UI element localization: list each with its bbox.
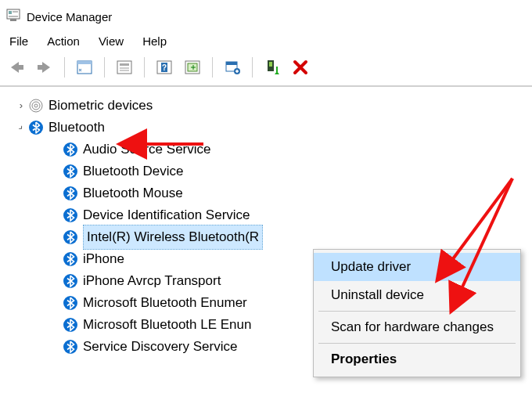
tree-item[interactable]: Device Identification Service [63, 204, 529, 226]
enable-device-button[interactable] [261, 56, 284, 79]
toolbar-separator [144, 57, 145, 78]
tree-item-label: iPhone [83, 248, 124, 271]
bluetooth-icon [63, 295, 78, 311]
bluetooth-icon [63, 339, 78, 355]
tree-item-label: Microsoft Bluetooth LE Enun [83, 314, 251, 337]
tree-node-bluetooth[interactable]: › Bluetooth [14, 117, 529, 139]
tree-item-label: Intel(R) Wireless Bluetooth(R [83, 225, 263, 251]
context-menu-separator [318, 343, 516, 344]
toolbar-separator [252, 57, 253, 78]
svg-rect-11 [120, 67, 129, 69]
svg-rect-1 [9, 11, 12, 14]
menubar: File Action View Help [0, 30, 532, 51]
tree-item-label: Microsoft Bluetooth Enumer [83, 292, 247, 315]
svg-rect-10 [120, 63, 129, 66]
menu-action[interactable]: Action [47, 34, 80, 48]
biometric-icon [28, 98, 44, 114]
toolbar: ? [0, 51, 532, 87]
back-button[interactable] [5, 56, 28, 79]
bluetooth-icon [63, 251, 78, 267]
help-button[interactable]: ? [153, 56, 176, 79]
svg-text:?: ? [162, 63, 167, 72]
svg-rect-4 [10, 19, 16, 21]
tree-item-label: Device Identification Service [83, 204, 250, 227]
menu-help[interactable]: Help [142, 34, 167, 48]
context-menu: Update driver Uninstall device Scan for … [313, 249, 521, 377]
menu-file[interactable]: File [9, 34, 28, 48]
tree-item[interactable]: Audio Source Service [63, 139, 529, 160]
toolbar-separator [64, 57, 65, 78]
svg-rect-12 [120, 70, 129, 71]
svg-rect-19 [226, 62, 237, 65]
context-menu-separator [318, 311, 516, 312]
scan-button[interactable] [181, 56, 204, 79]
titlebar: Device Manager [0, 0, 532, 30]
svg-rect-8 [77, 61, 92, 64]
tree-item[interactable]: Bluetooth Device [63, 160, 529, 182]
toolbar-separator [104, 57, 105, 78]
show-hide-console-button[interactable] [73, 56, 96, 79]
svg-rect-6 [38, 65, 44, 70]
tree-item[interactable]: Bluetooth Mouse [63, 182, 529, 204]
svg-rect-3 [9, 16, 18, 17]
tree-node-label: Bluetooth [49, 117, 105, 139]
tree-item-selected[interactable]: Intel(R) Wireless Bluetooth(R [63, 226, 529, 248]
bluetooth-icon [63, 229, 78, 245]
tree-item-label: Service Discovery Service [83, 336, 237, 359]
bluetooth-icon [63, 164, 78, 179]
tree-item-label: Audio Source Service [83, 139, 210, 161]
tree-node-biometric[interactable]: › Biometric devices [14, 95, 529, 117]
context-menu-properties[interactable]: Properties [314, 345, 520, 373]
context-menu-uninstall-device[interactable]: Uninstall device [314, 281, 520, 309]
properties-button[interactable] [113, 56, 136, 79]
svg-point-26 [34, 104, 38, 107]
svg-point-25 [32, 102, 40, 110]
tree-item-label: Bluetooth Device [83, 160, 184, 183]
bluetooth-icon [63, 142, 78, 157]
tree-node-label: Biometric devices [49, 95, 153, 117]
forward-button[interactable] [33, 56, 56, 79]
update-driver-button[interactable] [221, 56, 244, 79]
svg-rect-22 [269, 62, 272, 67]
bluetooth-icon [63, 186, 78, 201]
toolbar-separator [212, 57, 213, 78]
app-icon [6, 9, 20, 25]
bluetooth-icon [63, 317, 78, 333]
menu-view[interactable]: View [99, 34, 124, 48]
svg-rect-23 [276, 67, 278, 72]
window-title: Device Manager [27, 10, 112, 23]
tree-item-label: iPhone Avrcp Transport [83, 270, 221, 293]
context-menu-scan[interactable]: Scan for hardware changes [314, 313, 520, 341]
expand-collapsed-icon[interactable]: › [14, 97, 28, 114]
svg-rect-2 [13, 11, 18, 13]
svg-rect-5 [17, 65, 23, 70]
context-menu-update-driver[interactable]: Update driver [314, 253, 520, 281]
svg-point-24 [30, 99, 42, 112]
bluetooth-icon [63, 207, 78, 223]
uninstall-device-button[interactable] [289, 56, 312, 79]
bluetooth-icon [63, 273, 78, 289]
tree-item-label: Bluetooth Mouse [83, 182, 183, 205]
